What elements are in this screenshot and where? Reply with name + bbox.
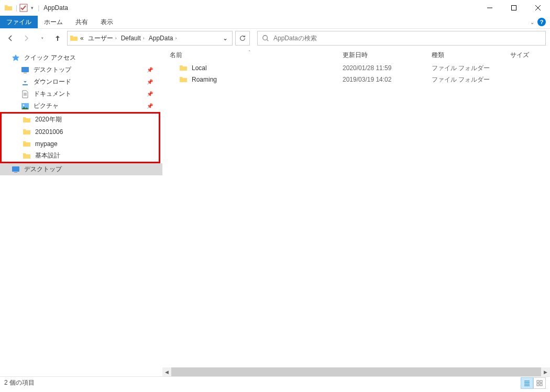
horizontal-scrollbar[interactable]: ◀ ▶ <box>162 367 550 376</box>
column-headers[interactable]: 名前˄ 更新日時 種類 サイズ <box>162 48 550 62</box>
svg-rect-4 <box>24 73 27 73</box>
scroll-right-icon[interactable]: ▶ <box>541 367 550 376</box>
folder-icon <box>70 34 78 42</box>
search-icon <box>262 35 269 42</box>
up-button[interactable] <box>51 32 64 44</box>
download-icon <box>21 78 29 86</box>
svg-rect-12 <box>540 384 542 386</box>
search-input[interactable]: AppDataの検索 <box>257 31 546 46</box>
search-placeholder: AppDataの検索 <box>273 34 317 43</box>
folder-icon <box>179 75 188 84</box>
sidebar-item-desktop[interactable]: デスクトップ 📌 <box>0 64 162 76</box>
help-icon[interactable]: ? <box>537 18 546 26</box>
scroll-left-icon[interactable]: ◀ <box>162 367 171 376</box>
back-button[interactable] <box>4 32 17 44</box>
file-row[interactable]: Local 2020/01/28 11:59 ファイル フォルダー <box>162 62 550 74</box>
refresh-button[interactable] <box>235 31 250 46</box>
minimize-button[interactable] <box>478 0 502 16</box>
document-icon <box>21 90 29 98</box>
view-icons-button[interactable] <box>533 377 546 389</box>
picture-icon <box>21 102 29 110</box>
sidebar-item-folder[interactable]: mypage <box>2 138 159 150</box>
title-bar: | ▾ | AppData <box>0 0 550 16</box>
svg-rect-9 <box>537 380 539 383</box>
status-bar: 2 個の項目 <box>0 376 550 389</box>
tab-view[interactable]: 表示 <box>94 16 119 28</box>
sidebar-item-downloads[interactable]: ダウンロード 📌 <box>0 76 162 88</box>
sidebar-item-folder[interactable]: 基本設計 <box>2 150 159 162</box>
sidebar-item-documents[interactable]: ドキュメント 📌 <box>0 88 162 100</box>
sort-indicator-icon: ˄ <box>248 50 251 55</box>
sidebar-item-desktop-root[interactable]: デスクトップ <box>0 163 162 175</box>
svg-rect-7 <box>12 166 19 172</box>
recent-dropdown[interactable]: ▾ <box>36 32 48 44</box>
qat-dropdown-icon[interactable]: ▾ <box>31 5 34 10</box>
svg-rect-10 <box>540 380 542 383</box>
maximize-button[interactable] <box>502 0 526 16</box>
pin-icon: 📌 <box>147 103 153 109</box>
folder-icon <box>179 64 188 72</box>
desktop-icon <box>21 66 29 74</box>
ribbon: ファイル ホーム 共有 表示 ⌄ ? <box>0 16 550 29</box>
breadcrumb-item[interactable]: ユーザー› <box>86 34 119 43</box>
ribbon-expand-icon[interactable]: ⌄ <box>530 19 534 25</box>
tab-home[interactable]: ホーム <box>38 16 69 28</box>
breadcrumb-item[interactable]: AppData› <box>147 35 179 42</box>
col-size[interactable]: サイズ <box>510 51 550 60</box>
desktop-icon <box>12 165 20 174</box>
scroll-thumb[interactable] <box>171 367 541 376</box>
breadcrumb-prefix[interactable]: « <box>78 35 86 42</box>
status-text: 2 個の項目 <box>4 378 35 387</box>
tab-share[interactable]: 共有 <box>69 16 94 28</box>
window-title: AppData <box>43 4 68 12</box>
svg-point-2 <box>263 36 268 40</box>
folder-icon <box>23 140 31 148</box>
svg-rect-11 <box>537 384 539 386</box>
sidebar-item-pictures[interactable]: ピクチャ 📌 <box>0 100 162 112</box>
svg-rect-3 <box>21 67 29 72</box>
col-date[interactable]: 更新日時 <box>343 51 432 60</box>
separator: | <box>38 4 39 12</box>
forward-button[interactable] <box>20 32 32 44</box>
svg-rect-8 <box>14 172 17 173</box>
highlighted-region: 2020年期 20201006 mypage 基本設計 <box>0 112 160 163</box>
star-icon <box>12 54 20 62</box>
folder-icon <box>23 152 31 160</box>
sidebar: クイック アクセス デスクトップ 📌 ダウンロード 📌 ドキュメント 📌 ピクチ… <box>0 48 162 376</box>
pin-icon: 📌 <box>147 79 153 85</box>
svg-rect-1 <box>512 6 516 10</box>
address-bar[interactable]: « ユーザー› Default› AppData› ⌄ <box>67 31 233 46</box>
separator: | <box>16 4 17 12</box>
svg-point-6 <box>23 104 25 106</box>
checkbox-icon[interactable] <box>19 4 28 12</box>
sidebar-item-folder[interactable]: 2020年期 <box>2 114 159 126</box>
col-type[interactable]: 種類 <box>432 51 510 60</box>
breadcrumb-item[interactable]: Default› <box>119 35 147 42</box>
pin-icon: 📌 <box>147 91 153 97</box>
sidebar-quick-access[interactable]: クイック アクセス <box>0 52 162 64</box>
view-details-button[interactable] <box>521 377 533 389</box>
file-area: 名前˄ 更新日時 種類 サイズ Local 2020/01/28 11:59 フ… <box>162 48 550 376</box>
folder-icon <box>4 4 13 12</box>
nav-row: ▾ « ユーザー› Default› AppData› ⌄ AppDataの検索 <box>0 29 550 48</box>
tab-file[interactable]: ファイル <box>0 16 38 28</box>
address-dropdown-icon[interactable]: ⌄ <box>223 35 228 42</box>
col-name[interactable]: 名前˄ <box>170 51 343 60</box>
folder-icon <box>23 116 31 124</box>
close-button[interactable] <box>526 0 550 16</box>
sidebar-item-folder[interactable]: 20201006 <box>2 126 159 138</box>
folder-icon <box>23 128 31 136</box>
pin-icon: 📌 <box>147 67 153 73</box>
file-row[interactable]: Roaming 2019/03/19 14:02 ファイル フォルダー <box>162 74 550 85</box>
